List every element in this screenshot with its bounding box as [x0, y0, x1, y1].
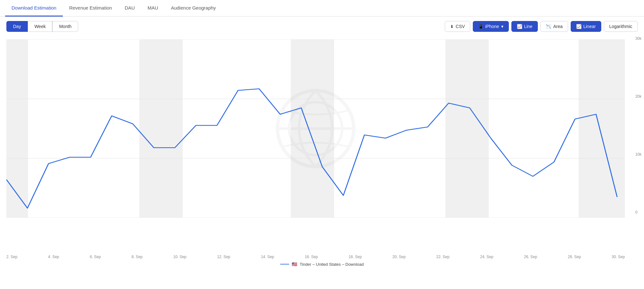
- csv-button[interactable]: ⬇CSV: [445, 21, 470, 32]
- x-label: 28. Sep: [568, 255, 581, 259]
- x-label: 18. Sep: [348, 255, 362, 259]
- time-group: DayWeekMonth: [6, 21, 78, 32]
- x-label: 8. Sep: [132, 255, 143, 259]
- chart-icon: 📉: [546, 24, 551, 29]
- phone-icon: 📱: [478, 24, 483, 29]
- line-path: [6, 89, 617, 208]
- x-label: 6. Sep: [90, 255, 101, 259]
- x-axis-labels: 2. Sep4. Sep6. Sep8. Sep10. Sep12. Sep14…: [6, 252, 625, 259]
- x-label: 4. Sep: [48, 255, 59, 259]
- x-label: 26. Sep: [524, 255, 537, 259]
- x-label: 2. Sep: [6, 255, 18, 259]
- tab-audience-geography[interactable]: Audience Geography: [165, 0, 222, 17]
- y-label: 0: [635, 210, 641, 215]
- tab-revenue-estimation[interactable]: Revenue Estimation: [63, 0, 118, 17]
- x-label: 16. Sep: [305, 255, 318, 259]
- chart-area: [6, 39, 625, 218]
- line-chart-svg: [6, 39, 625, 218]
- tab-bar: Download EstimationRevenue EstimationDAU…: [0, 0, 644, 17]
- tab-mau[interactable]: MAU: [141, 0, 165, 17]
- y-label: 30k: [635, 36, 641, 41]
- legend-text: Tinder – United States – Download: [300, 262, 364, 267]
- chevron-down-icon: ▾: [501, 24, 503, 29]
- x-label: 22. Sep: [436, 255, 449, 259]
- x-label: 14. Sep: [261, 255, 274, 259]
- x-label: 30. Sep: [612, 255, 625, 259]
- legend-flag: 🇺🇸: [292, 262, 297, 267]
- device-selector[interactable]: 📱iPhone▾: [473, 21, 509, 32]
- chart-icon: 📈: [517, 24, 522, 29]
- y-label: 10k: [635, 152, 641, 157]
- scale-logarithmic[interactable]: Logarithmic: [604, 21, 638, 32]
- time-btn-week[interactable]: Week: [28, 21, 53, 32]
- time-btn-month[interactable]: Month: [52, 21, 78, 32]
- y-axis-labels: 010k20k30k: [635, 36, 641, 215]
- legend-line-color: [280, 264, 289, 264]
- x-label: 10. Sep: [173, 255, 186, 259]
- chart-type-area[interactable]: 📉Area: [540, 21, 568, 32]
- line-chart-icon: 📈: [576, 24, 582, 29]
- chart-type-line[interactable]: 📈Line: [511, 21, 538, 32]
- toolbar: DayWeekMonth ⬇CSV📱iPhone▾📈Line📉Area📈Line…: [0, 17, 644, 36]
- scale-linear[interactable]: 📈Linear: [571, 21, 601, 32]
- y-label: 20k: [635, 94, 641, 99]
- x-label: 20. Sep: [392, 255, 406, 259]
- chart-container: 010k20k30k 2. Sep4. Sep6. Sep8. Sep10. S…: [0, 36, 644, 259]
- download-icon: ⬇: [450, 24, 454, 29]
- chart-legend: 🇺🇸 Tinder – United States – Download: [0, 262, 644, 267]
- time-btn-day[interactable]: Day: [6, 21, 28, 32]
- x-label: 12. Sep: [217, 255, 230, 259]
- x-label: 24. Sep: [480, 255, 493, 259]
- tab-dau[interactable]: DAU: [118, 0, 141, 17]
- tab-download-estimation[interactable]: Download Estimation: [5, 0, 63, 17]
